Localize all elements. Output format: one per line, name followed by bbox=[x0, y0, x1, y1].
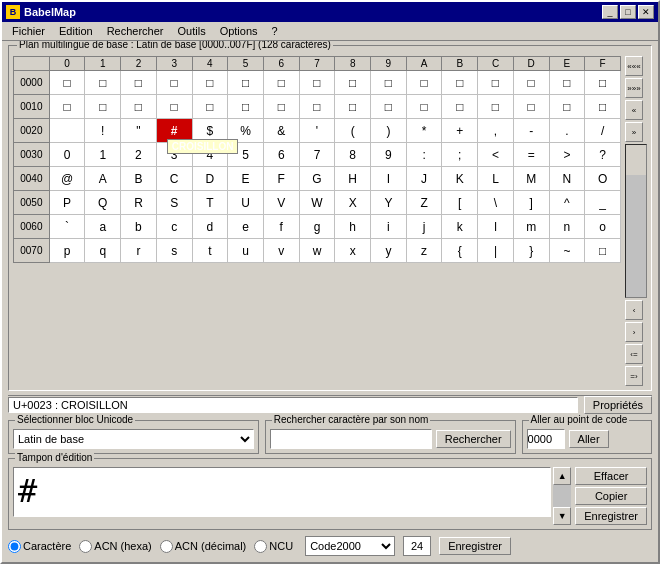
cell-0030-9[interactable]: 9 bbox=[371, 143, 407, 167]
cell-0010-10[interactable]: □ bbox=[406, 95, 442, 119]
edition-scroll-down[interactable]: ▼ bbox=[553, 507, 571, 525]
cell-0050-13[interactable]: ] bbox=[513, 191, 549, 215]
cell-0070-14[interactable]: ~ bbox=[549, 239, 585, 263]
cell-0070-4[interactable]: t bbox=[192, 239, 228, 263]
cell-0030-4[interactable]: 4 bbox=[192, 143, 228, 167]
cell-0000-8[interactable]: □ bbox=[335, 71, 371, 95]
radio-caractere[interactable] bbox=[8, 540, 21, 553]
cell-0000-6[interactable]: □ bbox=[263, 71, 299, 95]
menu-edition[interactable]: Edition bbox=[53, 24, 99, 38]
maximize-button[interactable]: □ bbox=[620, 5, 636, 19]
cell-0070-9[interactable]: y bbox=[371, 239, 407, 263]
cell-0010-14[interactable]: □ bbox=[549, 95, 585, 119]
cell-0030-5[interactable]: 5 bbox=[228, 143, 264, 167]
cell-0070-15[interactable]: □ bbox=[585, 239, 621, 263]
cell-0050-1[interactable]: Q bbox=[85, 191, 121, 215]
cell-0010-4[interactable]: □ bbox=[192, 95, 228, 119]
cell-0030-8[interactable]: 8 bbox=[335, 143, 371, 167]
radio-ncu[interactable] bbox=[254, 540, 267, 553]
cell-0050-12[interactable]: \ bbox=[478, 191, 514, 215]
cell-0040-1[interactable]: A bbox=[85, 167, 121, 191]
cell-0050-6[interactable]: V bbox=[263, 191, 299, 215]
cell-0040-10[interactable]: J bbox=[406, 167, 442, 191]
cell-0060-0[interactable]: ` bbox=[49, 215, 85, 239]
cell-0040-3[interactable]: C bbox=[156, 167, 192, 191]
cell-0020-10[interactable]: * bbox=[406, 119, 442, 143]
cell-0040-13[interactable]: M bbox=[513, 167, 549, 191]
properties-button[interactable]: Propriétés bbox=[584, 396, 652, 414]
cell-0000-4[interactable]: □ bbox=[192, 71, 228, 95]
edition-textarea[interactable]: # bbox=[13, 467, 551, 517]
cell-0010-2[interactable]: □ bbox=[121, 95, 157, 119]
cell-0010-5[interactable]: □ bbox=[228, 95, 264, 119]
cell-0010-1[interactable]: □ bbox=[85, 95, 121, 119]
cell-0070-12[interactable]: | bbox=[478, 239, 514, 263]
goto-button[interactable]: Aller bbox=[569, 430, 609, 448]
cell-0070-7[interactable]: w bbox=[299, 239, 335, 263]
nav-next-char-btn[interactable]: =› bbox=[625, 366, 643, 386]
scroll-track[interactable] bbox=[625, 144, 647, 298]
cell-0030-6[interactable]: 6 bbox=[263, 143, 299, 167]
cell-0030-2[interactable]: 2 bbox=[121, 143, 157, 167]
cell-0030-7[interactable]: 7 bbox=[299, 143, 335, 167]
cell-0070-3[interactable]: s bbox=[156, 239, 192, 263]
radio-acn-decimal[interactable] bbox=[160, 540, 173, 553]
cell-0040-0[interactable]: @ bbox=[49, 167, 85, 191]
cell-0060-14[interactable]: n bbox=[549, 215, 585, 239]
cell-0040-15[interactable]: O bbox=[585, 167, 621, 191]
cell-0060-4[interactable]: d bbox=[192, 215, 228, 239]
cell-0040-5[interactable]: E bbox=[228, 167, 264, 191]
cell-0000-13[interactable]: □ bbox=[513, 71, 549, 95]
cell-0010-8[interactable]: □ bbox=[335, 95, 371, 119]
font-select[interactable]: Code2000 bbox=[305, 536, 395, 556]
menu-rechercher[interactable]: Rechercher bbox=[101, 24, 170, 38]
cell-0010-13[interactable]: □ bbox=[513, 95, 549, 119]
cell-0070-11[interactable]: { bbox=[442, 239, 478, 263]
cell-0050-8[interactable]: X bbox=[335, 191, 371, 215]
cell-0030-14[interactable]: > bbox=[549, 143, 585, 167]
cell-0000-3[interactable]: □ bbox=[156, 71, 192, 95]
cell-0070-1[interactable]: q bbox=[85, 239, 121, 263]
cell-0070-5[interactable]: u bbox=[228, 239, 264, 263]
radio-acn-hexa[interactable] bbox=[79, 540, 92, 553]
cell-0010-6[interactable]: □ bbox=[263, 95, 299, 119]
cell-0000-0[interactable]: □ bbox=[49, 71, 85, 95]
cell-0010-11[interactable]: □ bbox=[442, 95, 478, 119]
close-button[interactable]: ✕ bbox=[638, 5, 654, 19]
cell-0060-6[interactable]: f bbox=[263, 215, 299, 239]
menu-options[interactable]: Options bbox=[214, 24, 264, 38]
cell-0020-9[interactable]: ) bbox=[371, 119, 407, 143]
cell-0040-2[interactable]: B bbox=[121, 167, 157, 191]
cell-0030-12[interactable]: < bbox=[478, 143, 514, 167]
cell-0010-15[interactable]: □ bbox=[585, 95, 621, 119]
cell-0070-0[interactable]: p bbox=[49, 239, 85, 263]
cell-0010-0[interactable]: □ bbox=[49, 95, 85, 119]
cell-0040-11[interactable]: K bbox=[442, 167, 478, 191]
cell-0050-3[interactable]: S bbox=[156, 191, 192, 215]
nav-next-page-btn[interactable]: » bbox=[625, 122, 643, 142]
cell-0040-7[interactable]: G bbox=[299, 167, 335, 191]
nav-prev-char-btn[interactable]: ‹= bbox=[625, 344, 643, 364]
cell-0040-6[interactable]: F bbox=[263, 167, 299, 191]
cell-0020-6[interactable]: & bbox=[263, 119, 299, 143]
goto-input[interactable] bbox=[527, 429, 565, 449]
cell-0040-9[interactable]: I bbox=[371, 167, 407, 191]
cell-0020-7[interactable]: ' bbox=[299, 119, 335, 143]
size-input[interactable] bbox=[403, 536, 431, 556]
cell-0060-5[interactable]: e bbox=[228, 215, 264, 239]
cell-0040-14[interactable]: N bbox=[549, 167, 585, 191]
cell-0030-1[interactable]: 1 bbox=[85, 143, 121, 167]
menu-fichier[interactable]: Fichier bbox=[6, 24, 51, 38]
cell-0060-8[interactable]: h bbox=[335, 215, 371, 239]
cell-0000-10[interactable]: □ bbox=[406, 71, 442, 95]
cell-0040-4[interactable]: D bbox=[192, 167, 228, 191]
cell-0030-13[interactable]: = bbox=[513, 143, 549, 167]
nav-scroll-up-btn[interactable]: ‹ bbox=[625, 300, 643, 320]
cell-0020-2[interactable]: " bbox=[121, 119, 157, 143]
cell-0010-12[interactable]: □ bbox=[478, 95, 514, 119]
nav-prev-page-btn[interactable]: « bbox=[625, 100, 643, 120]
cell-0040-12[interactable]: L bbox=[478, 167, 514, 191]
cell-0060-9[interactable]: i bbox=[371, 215, 407, 239]
cell-0050-15[interactable]: _ bbox=[585, 191, 621, 215]
cell-0000-9[interactable]: □ bbox=[371, 71, 407, 95]
